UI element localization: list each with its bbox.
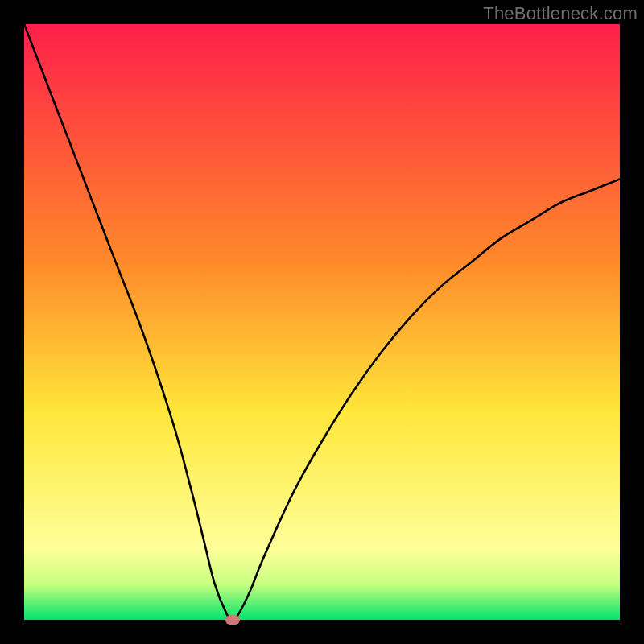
plot-area <box>24 24 620 620</box>
optimal-point-marker <box>225 615 240 625</box>
chart-frame: TheBottleneck.com <box>0 0 644 644</box>
watermark-text: TheBottleneck.com <box>483 3 638 24</box>
svg-rect-0 <box>24 24 620 620</box>
background-gradient <box>24 24 620 620</box>
